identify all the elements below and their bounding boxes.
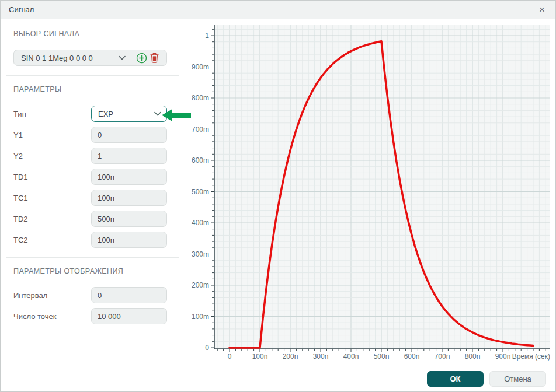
param-label: TC2 xyxy=(13,236,91,244)
param-row-interval: Интервал xyxy=(13,287,186,303)
chevron-down-icon xyxy=(154,111,161,116)
param-row-td2: TD2 xyxy=(13,211,186,227)
svg-text:900n: 900n xyxy=(495,352,511,360)
svg-text:200n: 200n xyxy=(283,352,298,360)
divider xyxy=(6,75,179,76)
svg-text:800n: 800n xyxy=(465,352,481,360)
svg-text:800m: 800m xyxy=(192,94,209,102)
param-label: TD1 xyxy=(13,173,91,181)
section-parameters: ПАРАМЕТРЫ xyxy=(13,85,186,93)
trash-icon xyxy=(150,52,159,63)
type-select-value: EXP xyxy=(98,110,154,118)
y2-field[interactable] xyxy=(91,148,167,164)
tc2-field[interactable] xyxy=(91,232,167,248)
section-signal-select: ВЫБОР СИГНАЛА xyxy=(13,30,186,38)
delete-signal-button[interactable] xyxy=(148,51,161,64)
param-label: Число точек xyxy=(13,312,91,321)
section-display-parameters: ПАРАМЕТРЫ ОТОБРАЖЕНИЯ xyxy=(13,267,186,275)
type-select[interactable]: EXP xyxy=(91,106,167,122)
cancel-button[interactable]: Отмена xyxy=(489,371,546,387)
svg-text:500n: 500n xyxy=(374,352,390,360)
tc1-field[interactable] xyxy=(91,190,167,206)
param-row-td1: TD1 xyxy=(13,169,186,185)
svg-text:500m: 500m xyxy=(192,188,209,196)
svg-text:0: 0 xyxy=(205,344,209,352)
interval-field[interactable] xyxy=(91,287,167,303)
svg-text:300m: 300m xyxy=(192,250,209,258)
param-label: Y2 xyxy=(13,152,91,160)
divider xyxy=(6,257,179,258)
titlebar: Сигнал × xyxy=(1,1,555,19)
svg-text:Время (сек): Время (сек) xyxy=(512,352,550,360)
svg-text:600m: 600m xyxy=(192,156,209,164)
svg-text:400m: 400m xyxy=(192,219,209,227)
add-circle-icon xyxy=(136,52,147,64)
param-row-y1: Y1 xyxy=(13,127,186,143)
svg-text:0: 0 xyxy=(228,352,232,360)
svg-text:200m: 200m xyxy=(192,281,209,289)
svg-text:700n: 700n xyxy=(435,352,450,360)
param-label: Интервал xyxy=(13,291,91,300)
svg-text:600n: 600n xyxy=(404,352,420,360)
param-label: Тип xyxy=(13,110,91,118)
chart-panel: 0100n200n300n400n500n600n700n800n900n010… xyxy=(186,19,555,366)
points-count-field[interactable] xyxy=(91,308,167,324)
dialog-body: ВЫБОР СИГНАЛА SIN 0 1 1Meg 0 0 0 0 xyxy=(1,19,555,366)
param-label: TD2 xyxy=(13,215,91,223)
svg-text:300n: 300n xyxy=(313,352,329,360)
svg-text:100m: 100m xyxy=(192,313,209,321)
ok-button[interactable]: ОК xyxy=(427,371,484,387)
td2-field[interactable] xyxy=(91,211,167,227)
svg-text:100n: 100n xyxy=(252,352,268,360)
signal-plot: 0100n200n300n400n500n600n700n800n900n010… xyxy=(186,19,555,366)
param-row-tc2: TC2 xyxy=(13,232,186,248)
svg-text:1: 1 xyxy=(205,32,209,40)
close-icon[interactable]: × xyxy=(536,4,548,16)
signal-dropdown[interactable]: SIN 0 1 1Meg 0 0 0 0 xyxy=(13,50,167,66)
chevron-down-icon[interactable] xyxy=(119,55,126,60)
param-row-y2: Y2 xyxy=(13,148,186,164)
param-label: TC1 xyxy=(13,194,91,202)
param-row-points-count: Число точек xyxy=(13,308,186,324)
svg-text:900m: 900m xyxy=(192,63,209,71)
footer: ОК Отмена xyxy=(1,366,555,391)
settings-panel: ВЫБОР СИГНАЛА SIN 0 1 1Meg 0 0 0 0 xyxy=(1,19,186,366)
add-signal-button[interactable] xyxy=(135,51,148,64)
signal-dropdown-value: SIN 0 1 1Meg 0 0 0 0 xyxy=(21,54,119,62)
td1-field[interactable] xyxy=(91,169,167,185)
param-row-tc1: TC1 xyxy=(13,190,186,206)
param-label: Y1 xyxy=(13,131,91,139)
param-row-type: Тип EXP xyxy=(13,106,186,122)
y1-field[interactable] xyxy=(91,127,167,143)
dialog-title: Сигнал xyxy=(9,5,34,14)
svg-text:400n: 400n xyxy=(343,352,359,360)
svg-text:700m: 700m xyxy=(192,125,209,134)
signal-dialog: Сигнал × ВЫБОР СИГНАЛА SIN 0 1 1Meg 0 0 … xyxy=(0,0,556,392)
